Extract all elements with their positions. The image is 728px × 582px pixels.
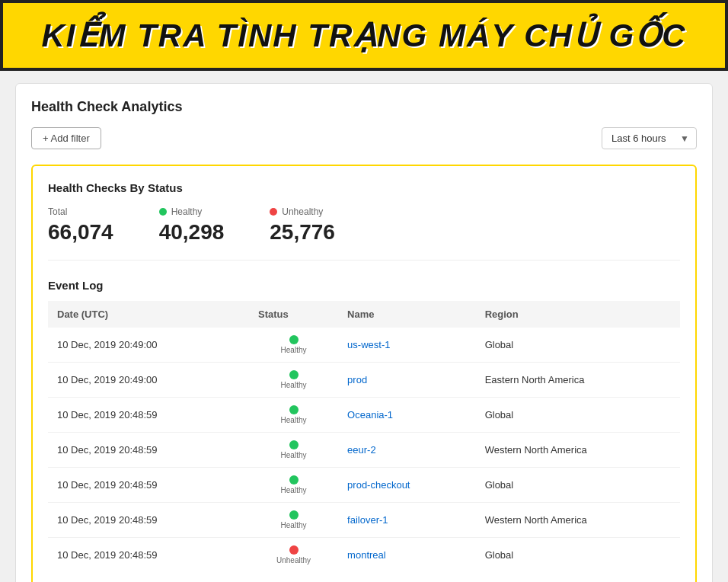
name-link[interactable]: Oceania-1 (347, 409, 393, 421)
add-filter-label: + Add filter (43, 133, 90, 144)
healthy-value: 40,298 (159, 220, 225, 245)
cell-date: 10 Dec, 2019 20:48:59 (48, 398, 249, 433)
col-region: Region (476, 301, 680, 328)
cell-name[interactable]: Oceania-1 (338, 398, 476, 433)
time-range-select[interactable]: Last 1 hour Last 6 hours Last 24 hours L… (602, 127, 697, 149)
cell-region: Global (476, 328, 680, 363)
name-link[interactable]: failover-1 (347, 514, 388, 526)
healthy-stat: Healthy 40,298 (159, 206, 225, 245)
cell-date: 10 Dec, 2019 20:49:00 (48, 328, 249, 363)
cell-status: Healthy (249, 468, 338, 503)
healthy-status-icon (289, 370, 299, 379)
cell-status: Healthy (249, 363, 338, 398)
event-log-title: Event Log (48, 279, 680, 292)
cell-name[interactable]: failover-1 (338, 503, 476, 538)
status-text: Healthy (281, 416, 307, 424)
hero-banner: KIỂM TRA TÌNH TRẠNG MÁY CHỦ GỐC (0, 0, 728, 71)
add-filter-button[interactable]: + Add filter (31, 127, 101, 149)
unhealthy-label: Unhealthy (270, 206, 335, 217)
event-log-section: Event Log Date (UTC) Status Name Region … (48, 279, 680, 572)
table-row: 10 Dec, 2019 20:49:00 Healthy prod Easte… (48, 363, 680, 398)
table-row: 10 Dec, 2019 20:48:59 Healthy failover-1… (48, 503, 680, 538)
unhealthy-status-icon (289, 545, 299, 555)
cell-status: Healthy (249, 398, 338, 433)
cell-name[interactable]: prod (338, 363, 476, 398)
table-row: 10 Dec, 2019 20:49:00 Healthy us-west-1 … (48, 328, 680, 363)
unhealthy-stat: Unhealthy 25,776 (270, 206, 335, 245)
stats-section-title: Health Checks By Status (48, 181, 680, 194)
cell-region: Eastern North America (476, 363, 680, 398)
cell-region: Western North America (476, 433, 680, 468)
hero-title: KIỂM TRA TÌNH TRẠNG MÁY CHỦ GỐC (21, 17, 707, 54)
cell-region: Global (476, 538, 680, 573)
name-link[interactable]: montreal (347, 549, 386, 561)
toolbar: + Add filter Last 1 hour Last 6 hours La… (31, 127, 697, 149)
stats-row: Total 66,074 Healthy 40,298 Unhealthy 25… (48, 206, 680, 261)
status-text: Unhealthy (276, 556, 311, 564)
time-range-wrapper: Last 1 hour Last 6 hours Last 24 hours L… (602, 127, 697, 149)
status-text: Healthy (281, 346, 307, 354)
healthy-status-icon (289, 335, 299, 344)
healthy-status-icon (289, 405, 299, 414)
cell-status: Healthy (249, 433, 338, 468)
cell-region: Global (476, 398, 680, 433)
cell-status: Unhealthy (249, 538, 338, 573)
cell-date: 10 Dec, 2019 20:48:59 (48, 503, 249, 538)
name-link[interactable]: us-west-1 (347, 339, 390, 350)
col-date: Date (UTC) (48, 301, 249, 328)
unhealthy-dot-icon (270, 208, 277, 216)
total-value: 66,074 (48, 220, 113, 245)
page-title: Health Check Analytics (31, 99, 697, 115)
name-link[interactable]: prod (347, 374, 367, 385)
cell-date: 10 Dec, 2019 20:48:59 (48, 433, 249, 468)
healthy-status-icon (289, 475, 299, 484)
status-text: Healthy (281, 451, 307, 459)
col-name: Name (338, 301, 476, 328)
cell-date: 10 Dec, 2019 20:49:00 (48, 363, 249, 398)
total-label: Total (48, 206, 113, 217)
status-text: Healthy (281, 486, 307, 494)
analytics-card: Health Checks By Status Total 66,074 Hea… (31, 165, 697, 582)
cell-date: 10 Dec, 2019 20:48:59 (48, 468, 249, 503)
cell-name[interactable]: us-west-1 (338, 328, 476, 363)
table-row: 10 Dec, 2019 20:48:59 Healthy eeur-2 Wes… (48, 433, 680, 468)
total-stat: Total 66,074 (48, 206, 113, 245)
healthy-status-icon (289, 440, 299, 449)
name-link[interactable]: eeur-2 (347, 444, 376, 456)
cell-region: Western North America (476, 503, 680, 538)
name-link[interactable]: prod-checkout (347, 479, 410, 491)
cell-name[interactable]: montreal (338, 538, 476, 573)
healthy-dot-icon (159, 208, 167, 216)
table-row: 10 Dec, 2019 20:48:59 Healthy prod-check… (48, 468, 680, 503)
healthy-label: Healthy (159, 206, 225, 217)
table-row: 10 Dec, 2019 20:48:59 Healthy Oceania-1 … (48, 398, 680, 433)
cell-date: 10 Dec, 2019 20:48:59 (48, 538, 249, 573)
cell-status: Healthy (249, 503, 338, 538)
table-header-row: Date (UTC) Status Name Region (48, 301, 680, 328)
status-text: Healthy (281, 521, 307, 529)
status-text: Healthy (281, 381, 307, 389)
table-row: 10 Dec, 2019 20:48:59 Unhealthy montreal… (48, 538, 680, 573)
main-content-card: Health Check Analytics + Add filter Last… (15, 83, 713, 582)
cell-name[interactable]: prod-checkout (338, 468, 476, 503)
healthy-status-icon (289, 510, 299, 520)
cell-status: Healthy (249, 328, 338, 363)
cell-name[interactable]: eeur-2 (338, 433, 476, 468)
unhealthy-value: 25,776 (270, 220, 335, 245)
cell-region: Global (476, 468, 680, 503)
col-status: Status (249, 301, 338, 328)
event-log-table: Date (UTC) Status Name Region 10 Dec, 20… (48, 301, 680, 572)
